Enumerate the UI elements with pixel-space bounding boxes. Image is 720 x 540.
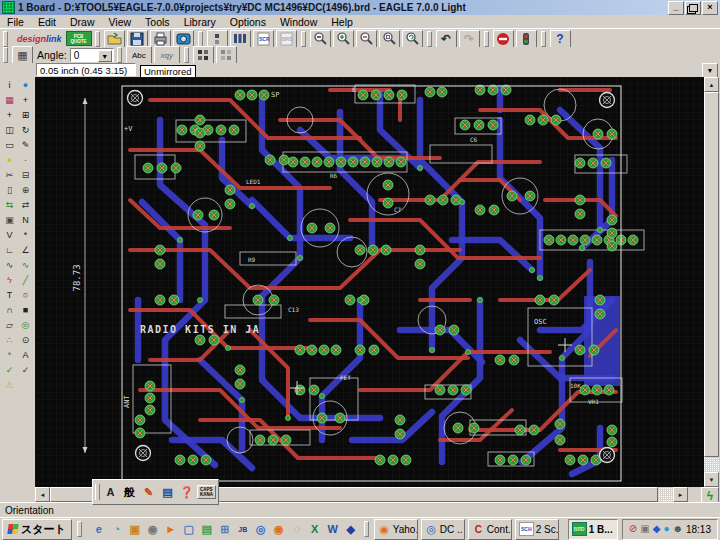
pad[interactable] (529, 425, 539, 435)
quicklaunch-photo-icon[interactable]: ▣ (127, 521, 143, 537)
toolbar-handle[interactable] (95, 31, 100, 47)
abc-button[interactable]: Abc (126, 46, 152, 64)
menu-item-draw[interactable]: Draw (63, 16, 102, 28)
pad[interactable] (155, 245, 165, 255)
pad[interactable] (295, 345, 305, 355)
pad[interactable] (397, 90, 407, 100)
via[interactable] (287, 235, 292, 240)
pad[interactable] (604, 385, 614, 395)
scroll-up-icon[interactable]: ▲ (704, 77, 719, 92)
via[interactable] (537, 275, 542, 280)
blank-tool[interactable] (17, 377, 34, 393)
pad[interactable] (580, 235, 590, 245)
via[interactable] (579, 245, 584, 250)
pad[interactable] (383, 180, 393, 190)
zoom-out-icon[interactable] (356, 30, 377, 48)
miter-tool[interactable]: ∟ (1, 242, 18, 258)
tray-blocked-icon[interactable]: ⊘ (629, 524, 637, 534)
via[interactable] (529, 267, 534, 272)
pad[interactable] (177, 125, 187, 135)
redo-icon[interactable]: ↷ (459, 30, 480, 48)
value-tool[interactable]: V (1, 227, 18, 243)
lock-tool[interactable]: ▣ (1, 212, 18, 228)
menu-item-file[interactable]: File (0, 16, 31, 28)
pad[interactable] (388, 455, 398, 465)
close-button[interactable]: × (702, 1, 718, 15)
pad[interactable] (145, 381, 155, 391)
toolbar-overflow-icon[interactable]: ▼ (702, 63, 718, 78)
save-icon[interactable] (127, 30, 148, 48)
pad[interactable] (544, 235, 554, 245)
quicklaunch-computer-icon[interactable]: ⊞ (217, 521, 233, 537)
pad[interactable] (175, 455, 185, 465)
pad[interactable] (425, 87, 435, 97)
pad[interactable] (335, 413, 345, 423)
via[interactable] (459, 199, 464, 204)
ime-tools-icon[interactable]: ❓ (178, 484, 195, 501)
pad[interactable] (381, 245, 391, 255)
toolbar-handle[interactable] (3, 31, 8, 47)
pad[interactable] (509, 355, 519, 365)
quicklaunch-player-icon[interactable]: ◉ (145, 521, 161, 537)
help-icon[interactable]: ? (550, 30, 571, 48)
quicklaunch-word-icon[interactable]: W (325, 521, 341, 537)
pad[interactable] (601, 158, 611, 168)
via[interactable] (417, 165, 422, 170)
pad[interactable] (453, 423, 463, 433)
optimize-tool[interactable]: ∿ (1, 257, 18, 273)
quicklaunch-gray-app-icon[interactable]: ◌ (289, 521, 305, 537)
mark-tool[interactable]: + (17, 92, 34, 108)
pad[interactable] (449, 325, 459, 335)
pad[interactable] (195, 335, 205, 345)
pad[interactable] (435, 385, 445, 395)
pad[interactable] (216, 125, 226, 135)
tray-messenger-icon[interactable]: ● (663, 524, 669, 534)
pinswap-tool[interactable]: ⇆ (1, 197, 18, 213)
pad[interactable] (331, 345, 341, 355)
split-tool[interactable]: ∠ (17, 242, 34, 258)
pad[interactable] (371, 90, 381, 100)
pad[interactable] (358, 90, 368, 100)
errors-tool[interactable]: ⚠ (1, 377, 18, 393)
pad[interactable] (538, 115, 548, 125)
pad[interactable] (425, 195, 435, 205)
pad[interactable] (475, 205, 485, 215)
pad[interactable] (588, 158, 598, 168)
via[interactable] (357, 297, 362, 302)
polygon-tool[interactable]: ▱ (1, 317, 18, 333)
pad[interactable] (145, 393, 155, 403)
pad[interactable] (171, 163, 181, 173)
pad[interactable] (415, 259, 425, 269)
pad[interactable] (568, 235, 578, 245)
image-icon[interactable] (173, 30, 194, 48)
via[interactable] (249, 203, 254, 208)
pad[interactable] (135, 415, 145, 425)
pad[interactable] (461, 385, 471, 395)
rotate-tool[interactable]: ↻ (17, 122, 34, 138)
pad[interactable] (372, 157, 382, 167)
toolbar-handle[interactable] (184, 47, 189, 63)
pad[interactable] (247, 90, 257, 100)
paste-tool[interactable]: ⊟ (17, 167, 34, 183)
wrench-tool[interactable]: · (17, 152, 34, 168)
pad[interactable] (235, 379, 245, 389)
quicklaunch-messenger-icon[interactable]: ◔ (109, 521, 125, 537)
pad[interactable] (607, 425, 617, 435)
pad[interactable] (575, 209, 585, 219)
use-icon[interactable] (207, 30, 228, 48)
xqy-button[interactable]: xqy (154, 46, 180, 64)
scroll-left-icon[interactable]: ◄ (35, 487, 50, 502)
change-tool[interactable]: ✎ (17, 137, 34, 153)
ratsnest-tool[interactable]: * (1, 347, 18, 363)
open-icon[interactable] (104, 30, 125, 48)
ripup-tool[interactable]: ϟ (1, 272, 18, 288)
columns-icon[interactable] (230, 30, 251, 48)
pad[interactable] (383, 198, 393, 208)
task-button-cont-[interactable]: CCont.. (468, 519, 512, 540)
menu-item-library[interactable]: Library (177, 16, 223, 28)
pad[interactable] (375, 455, 385, 465)
pad[interactable] (307, 345, 317, 355)
mirror-tool[interactable]: ◫ (1, 122, 18, 138)
pad[interactable] (345, 295, 355, 305)
cut-tool[interactable]: ✂ (1, 167, 18, 183)
